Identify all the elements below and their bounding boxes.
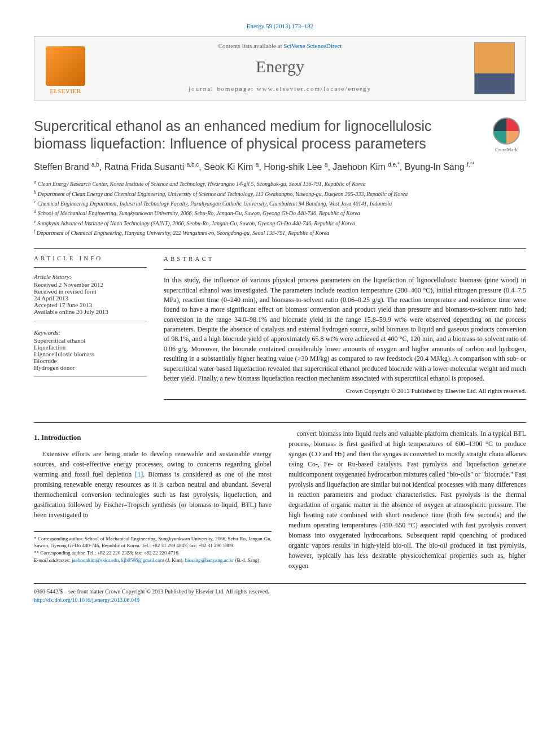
abstract-copyright: Crown Copyright © 2013 Published by Else…: [164, 387, 526, 396]
article-title: Supercritical ethanol as an enhanced med…: [34, 117, 475, 153]
divider: [164, 399, 526, 400]
abstract-heading: ABSTRACT: [164, 255, 526, 264]
publisher-name: ELSEVIER: [50, 88, 81, 94]
paragraph: convert biomass into liquid fuels and va…: [288, 429, 526, 571]
journal-cover-block: [463, 37, 526, 100]
divider: [34, 248, 526, 249]
homepage-prefix: journal homepage:: [189, 85, 257, 92]
corresponding-2: ** Corresponding author. Tel.: +82 22 22…: [34, 549, 272, 557]
paragraph: Extensive efforts are being made to deve…: [34, 449, 272, 520]
divider: [34, 267, 147, 268]
issn-line: 0360-5442/$ – see front matter Crown Cop…: [34, 587, 526, 596]
email-who-2: (B.-I. Sang).: [234, 557, 260, 563]
divider: [34, 422, 526, 423]
crossmark-label: CrossMark: [495, 147, 518, 152]
crossmark-badge[interactable]: CrossMark: [487, 117, 526, 152]
keywords-label: Keywords:: [34, 329, 147, 336]
authors-list: Steffen Brand a,b, Ratna Frida Susanti a…: [34, 161, 526, 174]
section-number: 1.: [34, 433, 40, 442]
doi-link[interactable]: http://dx.doi.org/10.1016/j.energy.2013.…: [34, 597, 139, 603]
divider: [164, 269, 526, 270]
contents-prefix: Contents lists available at: [218, 42, 283, 49]
emails-line: E-mail addresses: jaehoonkim@skku.edu, k…: [34, 557, 272, 564]
homepage-url[interactable]: www.elsevier.com/locate/energy: [257, 85, 371, 92]
article-info-column: ARTICLE INFO Article history: Received 2…: [34, 255, 147, 405]
article-info-heading: ARTICLE INFO: [34, 255, 147, 261]
sciencedirect-link[interactable]: SciVerse ScienceDirect: [283, 42, 342, 49]
email-link-3[interactable]: biosang@hanyang.ac.kr: [185, 557, 234, 563]
elsevier-tree-icon: [46, 46, 85, 86]
emails-label: E-mail addresses:: [34, 557, 72, 563]
email-who-1: (J. Kim),: [164, 557, 185, 563]
abstract-column: ABSTRACT In this study, the influence of…: [164, 255, 526, 405]
section-title: Introduction: [41, 433, 81, 442]
body-text: 1. Introduction Extensive efforts are be…: [34, 429, 526, 572]
journal-header: ELSEVIER Contents lists available at Sci…: [34, 36, 526, 101]
keywords-lines: Supercritical ethanolLiquefactionLignoce…: [34, 337, 147, 371]
journal-name: Energy: [108, 57, 452, 76]
publisher-block: ELSEVIER: [34, 37, 97, 100]
section-heading: 1. Introduction: [34, 432, 272, 443]
history-label: Article history:: [34, 273, 147, 280]
footer: 0360-5442/$ – see front matter Crown Cop…: [34, 583, 526, 604]
journal-cover-icon: [474, 42, 515, 94]
corresponding-1: * Corresponding author. School of Mechan…: [34, 535, 272, 549]
footnotes: * Corresponding author. School of Mechan…: [34, 531, 272, 563]
ref-link[interactable]: [1]: [135, 470, 143, 478]
contents-available: Contents lists available at SciVerse Sci…: [108, 42, 452, 49]
citation: Energy 59 (2013) 173–182: [34, 23, 526, 29]
affiliations: a Clean Energy Research Center, Korea In…: [34, 179, 526, 237]
crossmark-icon: [493, 117, 520, 145]
history-lines: Received 2 November 2012Received in revi…: [34, 281, 147, 315]
abstract-text: In this study, the influence of various …: [164, 276, 526, 383]
journal-homepage: journal homepage: www.elsevier.com/locat…: [108, 85, 452, 92]
email-link-2[interactable]: kjh0508@gmail.com: [121, 557, 164, 563]
email-link-1[interactable]: jaehoonkim@skku.edu: [72, 557, 119, 563]
